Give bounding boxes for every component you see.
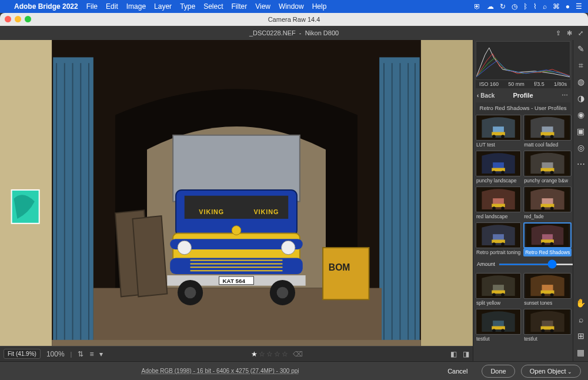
macos-menubar: Adobe Bridge 2022 File Edit Image Layer … xyxy=(0,0,588,13)
preset-thumbnail[interactable] xyxy=(476,273,521,299)
preview-column: BOM xyxy=(0,40,473,361)
preset-item[interactable]: split yellow xyxy=(476,273,521,306)
preset-item[interactable]: red landscape xyxy=(476,186,521,220)
preset-thumbnail[interactable] xyxy=(476,115,521,141)
settings-gear-icon[interactable]: ✻ xyxy=(567,29,572,37)
preset-item[interactable]: red_fade xyxy=(523,186,572,220)
preset-item[interactable]: testlut xyxy=(476,309,521,342)
snapshot-icon[interactable]: ▣ xyxy=(576,126,586,136)
svg-rect-20 xyxy=(323,248,369,299)
back-button[interactable]: ‹ Back xyxy=(477,92,495,99)
search-icon[interactable]: ⌕ xyxy=(543,2,547,11)
menu-help[interactable]: Help xyxy=(312,2,327,11)
star-4[interactable]: ☆ xyxy=(274,350,280,358)
redeye-tool-icon[interactable]: ◉ xyxy=(576,109,586,120)
preset-item[interactable]: punchy orange b&w xyxy=(523,151,572,184)
minimize-window-button[interactable] xyxy=(15,16,21,22)
output-settings-link[interactable]: Adobe RGB (1998) - 16 bit - 6406 x 4275 … xyxy=(7,368,433,374)
cancel-button[interactable]: Cancel xyxy=(439,365,476,377)
preset-item[interactable]: punchy landscape xyxy=(476,151,521,184)
app-name[interactable]: Adobe Bridge 2022 xyxy=(14,2,78,11)
star-2[interactable]: ☆ xyxy=(259,350,265,358)
histogram[interactable] xyxy=(476,41,570,80)
profile-breadcrumb[interactable]: Retro Red Shadows - User Profiles xyxy=(476,102,570,115)
done-button[interactable]: Done xyxy=(482,365,514,378)
preset-thumbnail[interactable] xyxy=(523,186,572,212)
preset-thumbnail[interactable] xyxy=(523,222,572,248)
preset-thumbnail[interactable] xyxy=(523,309,572,335)
preset-item[interactable]: LUT test xyxy=(476,115,521,148)
close-window-button[interactable] xyxy=(5,16,11,22)
notifications-icon[interactable]: ☰ xyxy=(576,2,582,11)
menu-view[interactable]: View xyxy=(255,2,270,11)
star-3[interactable]: ☆ xyxy=(266,350,273,358)
hand-tool-icon[interactable]: ✋ xyxy=(576,298,586,308)
compare-icon[interactable]: ◨ xyxy=(463,350,469,358)
menu-layer[interactable]: Layer xyxy=(154,2,172,11)
menu-type[interactable]: Type xyxy=(180,2,195,11)
bluetooth-icon[interactable]: ᛒ xyxy=(523,2,527,11)
preset-thumbnail[interactable] xyxy=(476,309,521,335)
preset-label: testlut xyxy=(476,335,521,342)
tool-rail: ✎ ⌗ ◍ ◑ ◉ ▣ ◎ ⋯ ✋ ⌕ ⊞ ▦ xyxy=(573,40,588,361)
preset-thumbnail[interactable] xyxy=(523,151,572,176)
clock-icon[interactable]: ◷ xyxy=(512,2,517,11)
before-after-icon[interactable]: ◧ xyxy=(450,350,457,358)
filename: _DSC0228.NEF xyxy=(249,29,296,36)
menu-image[interactable]: Image xyxy=(126,2,146,11)
wifi-icon[interactable]: ⌇ xyxy=(533,2,537,11)
preset-item[interactable]: sunset tones xyxy=(523,273,572,306)
preset-item[interactable]: Retro Red Shadows xyxy=(523,222,572,256)
sync-icon[interactable]: ↻ xyxy=(500,2,506,11)
crop-tool-icon[interactable]: ⌗ xyxy=(576,60,586,71)
filmstrip-orientation-icon[interactable]: ⇅ xyxy=(78,350,83,358)
zoom-fit-dropdown[interactable]: Fit (41.9%) xyxy=(4,349,41,359)
zoom-100-button[interactable]: 100% xyxy=(46,350,65,358)
preset-item[interactable]: matt cool faded xyxy=(523,115,572,148)
menu-edit[interactable]: Edit xyxy=(106,2,118,11)
siri-icon[interactable]: ● xyxy=(566,2,570,11)
reject-icon[interactable]: ⌫ xyxy=(293,350,303,358)
preset-item[interactable]: testlut xyxy=(523,309,572,342)
svg-marker-19 xyxy=(133,216,168,296)
menu-window[interactable]: Window xyxy=(279,2,304,11)
menu-file[interactable]: File xyxy=(86,2,98,11)
mask-tool-icon[interactable]: ◑ xyxy=(576,93,586,104)
preset-item[interactable]: Retro portrait toning xyxy=(476,222,521,256)
star-1[interactable]: ★ xyxy=(251,350,258,358)
preset-label: Retro portrait toning xyxy=(476,248,521,256)
star-5[interactable]: ☆ xyxy=(282,350,288,358)
sort-icon[interactable]: ≡ xyxy=(89,350,93,358)
cloud-icon[interactable]: ☁ xyxy=(487,2,494,11)
preset-thumbnail[interactable] xyxy=(476,222,521,248)
amount-slider[interactable] xyxy=(499,264,573,265)
window-title: Camera Raw 14.4 xyxy=(268,16,320,23)
control-center-icon[interactable]: ⌘ xyxy=(553,2,560,11)
filter-icon[interactable]: ▾ xyxy=(99,350,103,358)
menu-filter[interactable]: Filter xyxy=(232,2,248,11)
share-icon[interactable]: ⇪ xyxy=(556,29,561,37)
open-object-button[interactable]: Open Object xyxy=(521,365,581,378)
fullscreen-icon[interactable]: ⤢ xyxy=(578,29,583,37)
preset-browser[interactable]: LUT testmatt cool fadedpunchy landscapep… xyxy=(473,115,573,361)
shield-icon[interactable]: ⛨ xyxy=(474,2,481,11)
heal-tool-icon[interactable]: ◍ xyxy=(576,76,586,87)
zoom-tool-icon[interactable]: ⌕ xyxy=(576,314,586,325)
more-tools-icon[interactable]: ⋯ xyxy=(576,159,586,169)
panel-more-icon[interactable]: ⋯ xyxy=(562,92,568,99)
menu-select[interactable]: Select xyxy=(203,2,223,11)
window-titlebar: Camera Raw 14.4 xyxy=(0,13,588,26)
zoom-window-button[interactable] xyxy=(25,16,31,22)
preset-thumbnail[interactable] xyxy=(523,115,572,141)
svg-point-93 xyxy=(550,293,554,296)
preset-thumbnail[interactable] xyxy=(476,186,521,212)
edit-tool-icon[interactable]: ✎ xyxy=(576,44,586,54)
preset-label: split yellow xyxy=(476,299,521,306)
preset-thumbnail[interactable] xyxy=(523,273,572,299)
presets-icon[interactable]: ◎ xyxy=(576,142,586,153)
sampler-tool-icon[interactable]: ⊞ xyxy=(576,331,586,341)
preset-label: punchy orange b&w xyxy=(523,176,572,184)
preset-thumbnail[interactable] xyxy=(476,151,521,176)
image-preview[interactable]: BOM xyxy=(0,40,473,346)
grid-tool-icon[interactable]: ▦ xyxy=(576,347,586,358)
